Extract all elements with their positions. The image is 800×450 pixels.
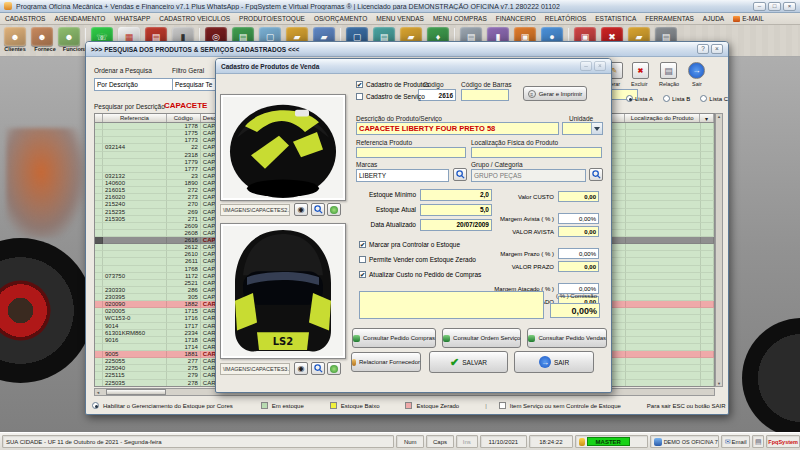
legend-toggle-radio[interactable] — [92, 402, 99, 409]
ref-produto-field[interactable] — [356, 147, 466, 158]
descricao-field[interactable]: CAPACETE LIBERTY FOUR PRETO 58 — [356, 122, 559, 135]
header-referencia[interactable]: Referencia — [103, 114, 167, 122]
type-check-1[interactable]: Cadastro de Serviço — [356, 93, 425, 100]
menu-estatistica[interactable]: ESTATISTICA — [595, 15, 636, 22]
menu-os-or-amento[interactable]: OS/ORÇAMENTO — [314, 15, 367, 22]
salvar-button[interactable]: ✔ SALVAR — [429, 351, 508, 373]
marcas-field[interactable]: LIBERTY — [356, 169, 449, 182]
relacao-button[interactable]: ▤ — [660, 62, 677, 79]
cell-extra — [701, 266, 714, 273]
option-check-0[interactable]: ✔Marcar pra Controlar o Estoque — [359, 241, 460, 248]
webcam-button-top[interactable]: ◉ — [294, 203, 308, 216]
radio-lista-b[interactable]: Lista B — [663, 95, 690, 102]
scroll-left-icon[interactable]: ◄ — [96, 390, 100, 395]
radio-lista-c[interactable]: Lista C — [700, 95, 728, 102]
marcas-search-button[interactable] — [453, 168, 467, 181]
dialog-titlebar[interactable]: Cadastro de Produtos de Venda – × — [216, 59, 611, 74]
status-license: DEMO OS OFICINA 7.1 — [650, 435, 719, 448]
vertical-scrollbar[interactable]: ▲▼ — [715, 113, 723, 387]
scroll-down-icon[interactable]: ▼ — [717, 381, 721, 386]
menu-menu-compras[interactable]: MENU COMPRAS — [433, 15, 487, 22]
barras-label: Código de Barras — [461, 81, 512, 88]
consult-button-consultar-pedido-compras[interactable]: Consultar Pedido Compras — [352, 328, 436, 348]
scroll-thumb[interactable] — [106, 389, 166, 395]
menu-ajuda[interactable]: AJUDA — [703, 15, 724, 22]
dialog-min-button[interactable]: – — [580, 61, 592, 71]
menu-cadastros[interactable]: CADASTROS — [5, 15, 45, 22]
zoom-photo-button-top[interactable] — [311, 203, 325, 216]
customers-icon[interactable]: ☻ — [4, 27, 26, 46]
checkbox[interactable]: ✔ — [359, 241, 366, 248]
grupo-field[interactable]: GRUPO PEÇAS — [471, 169, 586, 182]
webcam-button-bottom[interactable]: ◉ — [294, 362, 308, 375]
pricing-row: Margem Avista ( % )0,00% — [444, 212, 599, 225]
field-value[interactable]: 0,00% — [558, 213, 599, 224]
cell-codigo: 2608 — [167, 230, 201, 237]
checkbox[interactable]: ✔ — [359, 271, 366, 278]
localizacao-field[interactable] — [471, 147, 602, 158]
checkbox[interactable] — [359, 256, 366, 263]
unidade-combo[interactable] — [562, 122, 603, 135]
menu-menu-vendas[interactable]: MENU VENDAS — [376, 15, 424, 22]
menu-relat-rios[interactable]: RELATÓRIOS — [545, 15, 586, 22]
header-extra[interactable]: ▾ — [700, 114, 714, 122]
cell-extra — [701, 273, 714, 280]
comissao-field[interactable]: 0,00% — [550, 303, 600, 318]
menu-produto-estoque[interactable]: PRODUTO/ESTOQUE — [239, 15, 305, 22]
option-check-1[interactable]: Permite Vender com Estoque Zerado — [359, 256, 476, 263]
row-indicator-header — [95, 114, 103, 122]
field-value[interactable]: 0,00% — [558, 248, 599, 259]
excluir-button[interactable]: ✖ — [632, 62, 649, 79]
scroll-up-icon[interactable]: ▲ — [717, 114, 721, 119]
search-window-titlebar[interactable]: >>> PESQUISA DOS PRODUTOS & SERVIÇOS CAD… — [86, 42, 728, 57]
cell-localizacao — [626, 223, 701, 230]
status-email[interactable]: ✉ Email — [721, 435, 751, 448]
maximize-button[interactable]: □ — [768, 2, 781, 11]
consult-button-consultar-ordem-servi-o[interactable]: Consultar Ordem Serviço — [442, 328, 521, 348]
gerar-imprimir-button[interactable]: ≡ Gerar e Imprimir — [523, 86, 587, 101]
load-photo-button-top[interactable] — [327, 203, 341, 216]
consult-label: Consultar Pedido Vendas — [538, 335, 606, 341]
menu-cadastro-veiculos[interactable]: CADASTRO VEICULOS — [159, 15, 230, 22]
option-check-2[interactable]: ✔Atualizar Custo no Pedido de Compras — [359, 271, 481, 278]
field-value[interactable]: 0,00 — [558, 261, 599, 272]
help-button[interactable]: ? — [697, 44, 709, 54]
close-search-button[interactable]: × — [711, 44, 723, 54]
chevron-down-icon[interactable] — [591, 123, 602, 134]
status-printer[interactable]: ▤ — [752, 435, 764, 448]
sair-button[interactable]: → — [688, 62, 705, 79]
menu-agendamento[interactable]: AGENDAMENTO — [54, 15, 105, 22]
dialog-close-button[interactable]: × — [594, 61, 606, 71]
checkbox[interactable] — [356, 93, 363, 100]
sair-dialog-button[interactable]: → SAIR — [514, 351, 594, 373]
suppliers-icon[interactable]: ☻ — [31, 27, 53, 46]
radio-lista-a[interactable]: Lista A — [626, 95, 653, 102]
excluir-label: Excluir — [631, 81, 648, 87]
field-value[interactable]: 0,00 — [558, 226, 599, 237]
field-value[interactable]: 0,00 — [558, 191, 599, 202]
menu-ferramentas[interactable]: FERRAMENTAS — [645, 15, 694, 22]
checkbox[interactable]: ✔ — [356, 81, 363, 88]
type-check-0[interactable]: ✔Cadastro de Produtos — [356, 81, 429, 88]
row-indicator — [95, 358, 103, 365]
menu-whatsapp[interactable]: WHATSAPP — [114, 15, 150, 22]
load-photo-button-bottom[interactable] — [327, 362, 341, 375]
menu-financeiro[interactable]: FINANCEIRO — [496, 15, 536, 22]
exit-hint: Para sair ESC ou botão SAIR — [647, 403, 726, 409]
observacao-field[interactable] — [359, 291, 544, 319]
green-orb-icon — [330, 206, 338, 214]
cell-referencia: 216020 — [103, 194, 167, 201]
cell-codigo: 269 — [167, 209, 201, 216]
svg-text:LS2: LS2 — [273, 336, 294, 347]
grupo-search-button[interactable] — [589, 168, 603, 181]
menu-e-mail[interactable]: E-MAIL — [733, 15, 764, 22]
minimize-button[interactable]: – — [753, 2, 766, 11]
header-localizacao[interactable]: Localização do Produto — [625, 114, 700, 122]
employees-icon[interactable]: ☻ — [58, 27, 80, 46]
barras-field[interactable] — [461, 89, 509, 101]
zoom-photo-button-bottom[interactable] — [311, 362, 325, 375]
consult-button-consultar-pedido-vendas[interactable]: Consultar Pedido Vendas — [527, 328, 607, 348]
close-button[interactable]: × — [783, 2, 796, 11]
relacionar-fornecedor-button[interactable]: Relacionar Fornecedor — [351, 352, 421, 372]
header-codigo[interactable]: Código — [167, 114, 201, 122]
